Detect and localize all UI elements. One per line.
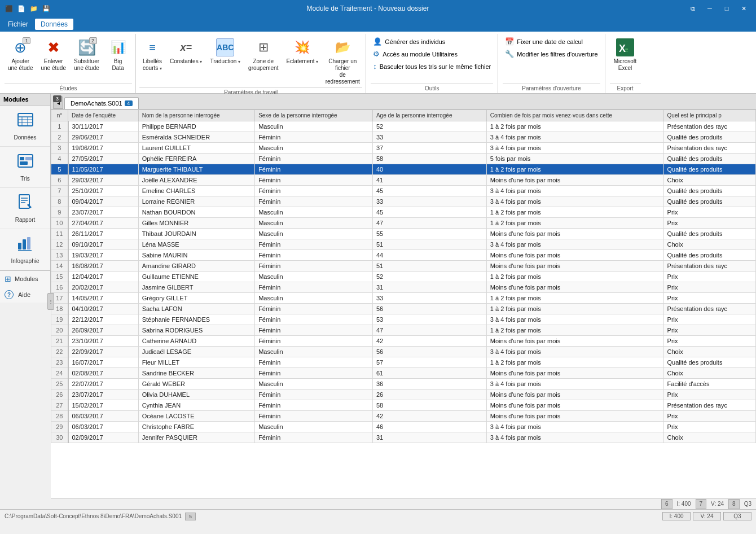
- table-row[interactable]: 319/06/2017Laurent GUILLETMasculin373 à …: [51, 143, 756, 154]
- microsoft-excel-button[interactable]: X ≡ MicrosoftExcel: [610, 36, 641, 74]
- sidebar-collapse-handle[interactable]: ⋮: [47, 293, 54, 310]
- table-row[interactable]: 809/04/2017Lorraine REGNIERFéminin333 à …: [51, 196, 756, 207]
- menu-fichier[interactable]: Fichier: [2, 19, 34, 30]
- table-row[interactable]: 2522/07/2017Gérald WEBERMasculin363 à 4 …: [51, 379, 756, 389]
- cell-num: 2: [51, 132, 68, 143]
- aide-button[interactable]: ? Aide: [0, 287, 50, 303]
- minimize-button[interactable]: ─: [702, 1, 718, 16]
- cell-motif: Qualité des produits: [663, 229, 755, 239]
- table-row[interactable]: 1804/10/2017Sacha LAFONFéminin561 à 2 fo…: [51, 304, 756, 314]
- open-folder-icon[interactable]: 📁: [29, 4, 38, 13]
- cell-nom: Gilles MONNIER: [138, 218, 254, 229]
- menu-donnees[interactable]: Données: [35, 19, 73, 30]
- q3-badge: Q3: [723, 512, 751, 520]
- eclatement-label: Eclatement ▾: [286, 58, 318, 65]
- acces-utilitaires-button[interactable]: ⚙ Accès au module Utilitaires: [371, 49, 493, 59]
- constantes-button[interactable]: x= Constantes ▾: [166, 36, 205, 67]
- tab-demoachats[interactable]: DemoAchats.S001 4: [64, 97, 139, 109]
- status-badge-6: 6: [661, 499, 673, 509]
- q3-value: Q3: [744, 501, 751, 507]
- svg-rect-9: [18, 155, 33, 167]
- table-row[interactable]: 629/03/2017Joëlle ALEXANDREFéminin41Moin…: [51, 175, 756, 186]
- cell-age: 55: [372, 229, 486, 239]
- cell-motif: Présentation des rayc: [663, 121, 755, 132]
- restore-button[interactable]: ⧉: [685, 1, 701, 16]
- fixer-date-button[interactable]: 📅 Fixer une date de calcul: [503, 36, 600, 47]
- table-row[interactable]: 2906/03/2017Christophe FABREMasculin463 …: [51, 422, 756, 432]
- cell-nom: Sabine MAURIN: [138, 250, 254, 261]
- sidebar-item-rapport[interactable]: Rapport: [0, 188, 50, 229]
- sidebar-item-tris[interactable]: Tris: [0, 147, 50, 188]
- table-row[interactable]: 2222/09/2017Judicaël LESAGEMasculin563 à…: [51, 347, 756, 357]
- table-row[interactable]: 2806/03/2017Océane LACOSTEFéminin42Moins…: [51, 411, 756, 422]
- cell-nom: Judicaël LESAGE: [138, 347, 254, 357]
- table-container[interactable]: n° Date de l'enquête Nom de la personne …: [51, 110, 756, 498]
- table-row[interactable]: 725/10/2017Emeline CHARLESFéminin453 à 4…: [51, 186, 756, 196]
- table-row[interactable]: 1714/05/2017Grégory GILLETMasculin331 à …: [51, 293, 756, 304]
- traduction-button[interactable]: ABC Traduction ▾: [206, 36, 244, 67]
- sidebar-item-infographie[interactable]: Infographie: [0, 229, 50, 270]
- libelles-courts-button[interactable]: ≡ Libelléscourts ▾: [139, 36, 165, 74]
- substituer-etude-button[interactable]: 🔄 2 Substituerune étude: [71, 36, 103, 74]
- table-row[interactable]: 3002/09/2017Jennifer PASQUIERFéminin313 …: [51, 432, 756, 443]
- table-row[interactable]: 427/05/2017Ophélie FERREIRAFéminin585 fo…: [51, 154, 756, 164]
- close-button[interactable]: ✕: [736, 1, 751, 16]
- cell-date: 30/11/2017: [68, 121, 139, 132]
- table-row[interactable]: 2123/10/2017Catherine ARNAUDFéminin42Moi…: [51, 336, 756, 347]
- cell-num: 13: [51, 250, 68, 261]
- modules-bottom-button[interactable]: ⊞ Modules: [0, 271, 50, 287]
- modifier-filtres-button[interactable]: 🔧 Modifier les filtres d'ouverture: [503, 49, 600, 59]
- table-row[interactable]: 1319/03/2017Sabine MAURINFéminin44Moins …: [51, 250, 756, 261]
- cell-date: 29/06/2017: [68, 132, 139, 143]
- cell-freq: 3 à 4 fois par mois: [486, 196, 663, 207]
- ribbon-group-etudes-items: ⊕ 1 Ajouterune étude ✖ Enleverune étude …: [5, 36, 132, 84]
- cell-motif: Qualité des produits: [663, 154, 755, 164]
- cell-nom: Léna MASSE: [138, 239, 254, 250]
- maximize-button[interactable]: □: [719, 1, 735, 16]
- sidebar-item-donnees[interactable]: Données: [0, 106, 50, 147]
- cell-freq: 1 à 2 fois par mois: [486, 357, 663, 368]
- window-controls: ⧉ ─ □ ✕: [685, 1, 751, 16]
- big-data-button[interactable]: 📊 BigData: [104, 36, 132, 74]
- new-file-icon[interactable]: 📄: [17, 4, 26, 13]
- charger-fichier-button[interactable]: 📂 Charger un fichierde redressement: [323, 36, 362, 87]
- cell-num: 5: [51, 164, 68, 175]
- ribbon-group-param-ouverture: 📅 Fixer une date de calcul 🔧 Modifier le…: [498, 34, 605, 93]
- table-row[interactable]: 2316/07/2017Fleur MILLETFéminin571 à 2 f…: [51, 357, 756, 368]
- cell-freq: 3 à 4 fois par mois: [486, 239, 663, 250]
- table-row[interactable]: 2026/09/2017Sabrina RODRIGUESFéminin471 …: [51, 325, 756, 336]
- cell-age: 58: [372, 154, 486, 164]
- ribbon-group-export: X ≡ MicrosoftExcel Export: [605, 34, 645, 93]
- table-row[interactable]: 2623/07/2017Olivia DUHAMELFéminin26Moins…: [51, 389, 756, 400]
- cell-date: 22/12/2017: [68, 314, 139, 325]
- table-row[interactable]: 2715/02/2017Cynthia JEANFéminin58Moins d…: [51, 400, 756, 411]
- eclatement-button[interactable]: 💥 Eclatement ▾: [283, 36, 322, 67]
- ajouter-etude-button[interactable]: ⊕ 1 Ajouterune étude: [5, 36, 37, 74]
- zone-groupement-button[interactable]: ⊞ Zone degroupement: [245, 36, 282, 74]
- ajouter-label: Ajouterune étude: [8, 58, 33, 72]
- table-row[interactable]: 1620/02/2017Jasmine GILBERTFéminin31Moin…: [51, 282, 756, 293]
- table-row[interactable]: 511/05/2017Marguerite THIBAULTFéminin401…: [51, 164, 756, 175]
- table-row[interactable]: 1512/04/2017Guillaume ETIENNEMasculin521…: [51, 272, 756, 282]
- table-row[interactable]: 1922/12/2017Stéphanie FERNANDESFéminin53…: [51, 314, 756, 325]
- table-row[interactable]: 923/07/2017Nathan BOURDONMasculin451 à 2…: [51, 207, 756, 218]
- basculer-icon: ↕: [373, 62, 377, 71]
- table-row[interactable]: 2402/08/2017Sandrine BECKERFéminin61Moin…: [51, 368, 756, 379]
- generer-icon: 👤: [373, 37, 382, 46]
- basculer-tris-button[interactable]: ↕ Basculer tous les tris sur le même fic…: [371, 61, 493, 72]
- etudes-group-label: Études: [5, 84, 132, 93]
- cell-nom: Emeline CHARLES: [138, 186, 254, 196]
- generer-individus-button[interactable]: 👤 Générer des individus: [371, 36, 493, 47]
- cell-date: 12/04/2017: [68, 272, 139, 282]
- enlever-etude-button[interactable]: ✖ Enleverune étude: [38, 36, 70, 74]
- cell-sexe: Masculin: [255, 207, 373, 218]
- cell-motif: Prix: [663, 314, 755, 325]
- table-row[interactable]: 229/06/2017Esméralda SCHNEIDERFéminin333…: [51, 132, 756, 143]
- table-row[interactable]: 130/11/2017Philippe BERNARDMasculin521 à…: [51, 121, 756, 132]
- table-row[interactable]: 1209/10/2017Léna MASSEFéminin513 à 4 foi…: [51, 239, 756, 250]
- table-row[interactable]: 1126/11/2017Thibaut JOURDAINMasculin55Mo…: [51, 229, 756, 239]
- svg-rect-13: [19, 195, 29, 208]
- table-row[interactable]: 1416/08/2017Amandine GIRARDFéminin51Moin…: [51, 261, 756, 272]
- save-icon[interactable]: 💾: [42, 4, 51, 13]
- table-row[interactable]: 1027/04/2017Gilles MONNIERMasculin471 à …: [51, 218, 756, 229]
